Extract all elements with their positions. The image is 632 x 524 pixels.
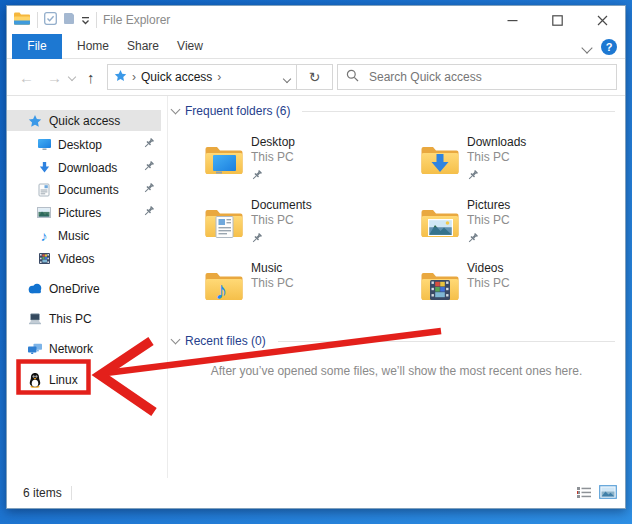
- toolbar-separator: [96, 12, 97, 28]
- sidebar-item-quick-access[interactable]: Quick access: [7, 110, 161, 131]
- sidebar-item-label: Desktop: [58, 138, 102, 152]
- pin-icon: [467, 168, 479, 180]
- pin-icon: [143, 138, 155, 150]
- title-bar: File Explorer: [7, 6, 625, 34]
- folder-desktop-icon: [204, 143, 244, 176]
- folder-downloads-icon: [420, 143, 460, 176]
- sidebar-item-label: Music: [58, 229, 89, 243]
- close-button[interactable]: [580, 6, 625, 34]
- properties-check-icon[interactable]: [44, 11, 57, 29]
- address-box[interactable]: › Quick access ›: [107, 64, 297, 90]
- minimize-button[interactable]: [490, 6, 535, 34]
- sidebar-item-documents[interactable]: Documents: [7, 179, 161, 200]
- sidebar-item-network[interactable]: Network: [7, 338, 161, 359]
- collapse-group-icon[interactable]: [171, 335, 181, 345]
- sidebar-item-label: Documents: [58, 183, 119, 197]
- collapse-group-icon[interactable]: [171, 105, 181, 115]
- music-icon: ♪: [36, 228, 52, 244]
- refresh-button[interactable]: ↻: [297, 64, 333, 90]
- folder-music-icon: ♪: [204, 269, 244, 302]
- sidebar-item-label: This PC: [49, 312, 92, 326]
- sidebar-item-music[interactable]: ♪ Music: [7, 225, 161, 246]
- linux-tux-icon: [27, 372, 43, 388]
- frequent-folders-header[interactable]: Frequent folders (6): [172, 104, 615, 118]
- folder-tile-downloads[interactable]: Downloads This PC: [420, 135, 630, 191]
- folder-documents-icon: [204, 206, 244, 239]
- pin-icon: [251, 231, 263, 243]
- desktop-background: File Explorer File Home Share View: [0, 0, 632, 524]
- pin-icon: [143, 206, 155, 218]
- folder-tile-documents[interactable]: Documents This PC: [204, 198, 414, 254]
- forward-icon[interactable]: →: [47, 59, 62, 95]
- ribbon-collapse-icon[interactable]: [583, 38, 591, 56]
- maximize-button[interactable]: [535, 6, 580, 34]
- item-count: 6 items: [23, 478, 62, 508]
- search-input[interactable]: [367, 69, 608, 85]
- breadcrumb-separator: ›: [132, 70, 136, 84]
- window-title: File Explorer: [103, 13, 170, 27]
- sidebar-item-label: Pictures: [58, 206, 101, 220]
- new-folder-icon[interactable]: [63, 11, 75, 29]
- address-bar: ← → ↑ › Quick access › ↻: [7, 59, 625, 96]
- file-explorer-icon: [13, 11, 31, 30]
- breadcrumb-separator[interactable]: ›: [217, 70, 221, 84]
- quick-access-toolbar: File Explorer: [13, 6, 170, 34]
- status-bar: 6 items: [7, 478, 625, 508]
- folder-pictures-icon: [420, 206, 460, 239]
- breadcrumb-location[interactable]: Quick access: [141, 70, 212, 84]
- up-icon[interactable]: ↑: [87, 59, 95, 95]
- tab-file[interactable]: File: [12, 34, 62, 59]
- sidebar-item-label: Network: [49, 342, 93, 356]
- network-icon: [27, 341, 43, 357]
- recent-files-empty-message: After you’ve opened some files, we’ll sh…: [168, 364, 625, 378]
- help-icon[interactable]: ?: [601, 39, 617, 55]
- sidebar-item-linux[interactable]: Linux: [7, 369, 161, 390]
- pin-icon: [143, 183, 155, 195]
- details-view-icon[interactable]: [576, 485, 592, 503]
- pin-icon: [251, 168, 263, 180]
- content-area: Quick access Desktop Downloads: [7, 96, 625, 478]
- folder-tile-music[interactable]: ♪ Music This PC: [204, 261, 414, 317]
- sidebar-item-label: OneDrive: [49, 282, 100, 296]
- header-rule: [278, 341, 615, 342]
- back-icon[interactable]: ←: [19, 59, 34, 95]
- sidebar-item-onedrive[interactable]: OneDrive: [7, 278, 161, 299]
- sidebar-item-label: Linux: [49, 373, 78, 387]
- recent-files-header[interactable]: Recent files (0): [172, 334, 615, 348]
- folder-tile-videos[interactable]: Videos This PC: [420, 261, 630, 317]
- sidebar-item-label: Quick access: [49, 114, 120, 128]
- navigation-pane: Quick access Desktop Downloads: [7, 96, 161, 478]
- customize-toolbar-icon[interactable]: [81, 11, 90, 29]
- sidebar-item-downloads[interactable]: Downloads: [7, 157, 161, 178]
- statusbar-separator: [71, 486, 72, 500]
- search-box[interactable]: [337, 64, 617, 90]
- folder-videos-icon: [420, 269, 460, 302]
- sidebar-item-pictures[interactable]: Pictures: [7, 202, 161, 223]
- ribbon-tab-row: File Home Share View ?: [7, 34, 625, 59]
- pictures-icon: [36, 205, 52, 221]
- sidebar-item-desktop[interactable]: Desktop: [7, 134, 161, 155]
- sidebar-item-label: Downloads: [58, 161, 117, 175]
- sidebar-item-videos[interactable]: Videos: [7, 248, 161, 269]
- tab-view[interactable]: View: [168, 34, 212, 59]
- window-controls: [490, 6, 625, 34]
- folder-tile-pictures[interactable]: Pictures This PC: [420, 198, 630, 254]
- large-icons-view-icon[interactable]: [599, 485, 617, 503]
- file-explorer-window: File Explorer File Home Share View: [6, 5, 626, 509]
- toolbar-separator: [37, 12, 38, 28]
- address-dropdown-icon[interactable]: [284, 68, 290, 86]
- tab-share[interactable]: Share: [118, 34, 168, 59]
- recent-locations-icon[interactable]: [69, 59, 75, 95]
- desktop-icon: [36, 137, 52, 153]
- this-pc-icon: [27, 311, 43, 327]
- sidebar-item-this-pc[interactable]: This PC: [7, 308, 161, 329]
- header-rule: [302, 111, 615, 112]
- pin-icon: [467, 231, 479, 243]
- downloads-icon: [36, 160, 52, 176]
- quick-access-star-icon: [27, 113, 43, 129]
- sidebar-item-label: Videos: [58, 252, 94, 266]
- folder-view: Frequent folders (6) Desktop This PC: [167, 96, 625, 478]
- svg-text:♪: ♪: [215, 276, 228, 302]
- tab-home[interactable]: Home: [68, 34, 118, 59]
- folder-tile-desktop[interactable]: Desktop This PC: [204, 135, 414, 191]
